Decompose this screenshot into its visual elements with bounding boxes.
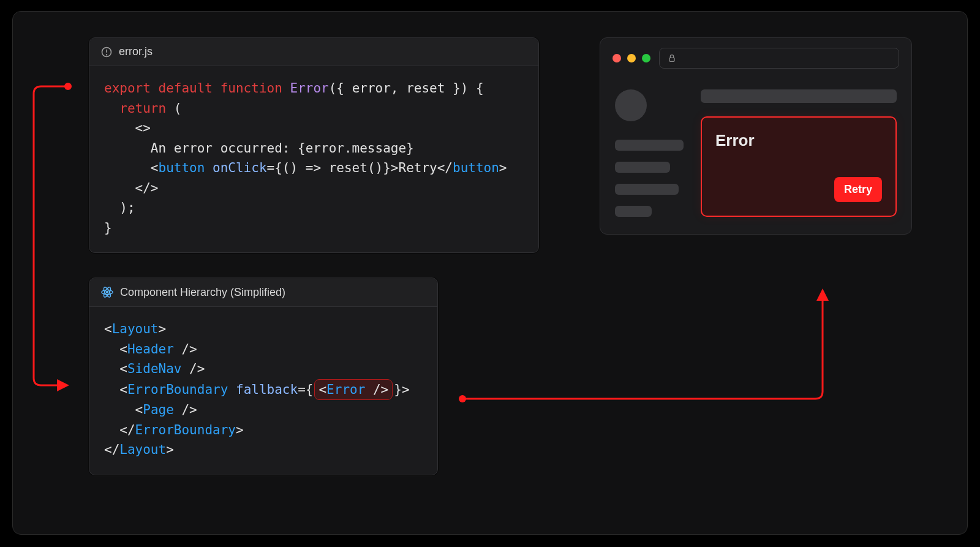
tok: Retry [398, 160, 437, 175]
tok: default [159, 81, 213, 96]
browser-body: Error Retry [600, 78, 911, 234]
tree-panel: Component Hierarchy (Simplified) <Layout… [89, 277, 438, 475]
code-panel: error.js export default function Error({… [89, 37, 539, 253]
svg-point-1 [107, 54, 107, 55]
lock-icon [667, 53, 677, 63]
tok: onClick [205, 160, 266, 175]
tok: ); [119, 200, 135, 215]
tree-panel-body: <Layout> <Header /> <SideNav /> <ErrorBo… [89, 307, 437, 475]
tok: Error [326, 382, 365, 397]
tok: } [104, 221, 112, 235]
traffic-close-icon [612, 54, 621, 62]
traffic-min-icon [627, 54, 636, 62]
skeleton-bar [615, 206, 652, 217]
tok: {error.message} [298, 141, 414, 156]
traffic-lights [612, 54, 650, 62]
code-panel-header: error.js [89, 38, 538, 66]
skeleton-bar [615, 162, 670, 173]
tok: fallback [236, 382, 298, 397]
traffic-max-icon [642, 54, 650, 62]
tok: An error occurred: [151, 141, 298, 156]
diagram-stage: error.js export default function Error({… [12, 11, 968, 535]
svg-point-8 [459, 395, 466, 402]
tok: ({ error, reset }) { [329, 81, 484, 96]
tok: > [499, 160, 507, 175]
tok: ErrorBoundary [135, 423, 236, 437]
retry-button[interactable]: Retry [834, 177, 882, 202]
skeleton-bar [615, 140, 684, 151]
tok: SideNav [127, 361, 182, 376]
error-circle-icon [100, 46, 113, 58]
tok: {() => reset()}> [274, 160, 398, 175]
address-bar[interactable] [659, 48, 899, 69]
avatar [615, 89, 647, 121]
tok: Layout [112, 322, 159, 336]
tok: </> [135, 181, 159, 195]
tok: Error [290, 81, 329, 96]
react-icon [100, 285, 114, 299]
tok: button [159, 160, 205, 175]
tok: ( [166, 101, 181, 116]
tok: ErrorBoundary [127, 382, 228, 397]
code-panel-filename: error.js [119, 45, 153, 58]
tok: Page [143, 402, 174, 417]
svg-point-5 [107, 292, 108, 293]
code-panel-body: export default function Error({ error, r… [89, 66, 538, 252]
tok: </ [437, 160, 453, 175]
tree-panel-title: Component Hierarchy (Simplified) [120, 286, 285, 299]
tok: button [453, 160, 499, 175]
error-card: Error Retry [701, 116, 897, 217]
skeleton-bar [615, 184, 679, 195]
tok: export [104, 81, 151, 96]
svg-point-7 [64, 83, 72, 90]
tok: <> [135, 121, 151, 135]
tok: Header [127, 342, 174, 356]
tok: function [221, 81, 282, 96]
svg-rect-6 [669, 58, 674, 61]
tok: return [119, 101, 166, 116]
error-card-title: Error [715, 131, 882, 150]
browser-mock: Error Retry [600, 37, 912, 235]
tok: = [267, 160, 275, 175]
error-highlight: <Error /> [314, 379, 393, 401]
browser-chrome [600, 38, 911, 78]
tok: Layout [119, 442, 166, 457]
sidebar-skeleton [615, 140, 684, 217]
tok: < [151, 160, 159, 175]
skeleton-title-bar [701, 89, 897, 103]
tree-panel-header: Component Hierarchy (Simplified) [89, 278, 437, 307]
